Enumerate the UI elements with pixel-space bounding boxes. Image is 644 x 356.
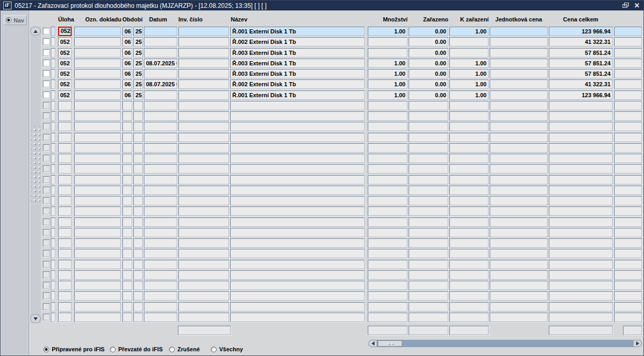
cell-kzarazeni[interactable] bbox=[449, 175, 489, 185]
cell-cena[interactable] bbox=[549, 249, 613, 258]
cell-jednotkova[interactable] bbox=[490, 133, 548, 142]
cell-ozn[interactable] bbox=[74, 302, 121, 312]
cell-ozn[interactable] bbox=[74, 143, 121, 153]
cell-datum[interactable] bbox=[144, 27, 177, 36]
cell-zarazeno[interactable] bbox=[409, 101, 448, 110]
cell-extra[interactable] bbox=[614, 302, 642, 312]
cell-obd2[interactable]: 25 bbox=[133, 79, 143, 89]
row-select-checkbox[interactable] bbox=[43, 239, 50, 246]
cell-datum[interactable] bbox=[144, 133, 177, 142]
cell-c0[interactable] bbox=[51, 228, 55, 237]
cell-jednotkova[interactable] bbox=[490, 48, 548, 58]
cell-jednotkova[interactable] bbox=[490, 291, 548, 301]
radio-button-icon[interactable] bbox=[110, 347, 116, 352]
cell-inv[interactable] bbox=[178, 101, 229, 110]
cell-cena[interactable] bbox=[549, 228, 613, 237]
row-select-checkbox[interactable] bbox=[43, 292, 50, 299]
cell-jednotkova[interactable] bbox=[490, 186, 548, 195]
row-select-checkbox[interactable] bbox=[43, 271, 50, 278]
cell-uloha[interactable] bbox=[58, 122, 72, 131]
cell-c0[interactable] bbox=[51, 79, 55, 89]
cell-kzarazeni[interactable] bbox=[449, 154, 489, 163]
radio-button-icon[interactable] bbox=[169, 347, 175, 352]
cell-nazev[interactable] bbox=[230, 111, 365, 121]
cell-obd1[interactable] bbox=[122, 154, 132, 163]
cell-extra[interactable] bbox=[614, 143, 642, 153]
filter-option-3[interactable]: Zrušené bbox=[169, 346, 200, 352]
cell-kzarazeni[interactable] bbox=[449, 281, 489, 290]
summary-field-zarazeno[interactable] bbox=[409, 326, 448, 335]
cell-zarazeno[interactable] bbox=[409, 164, 448, 174]
cell-kzarazeni[interactable]: 1.00 bbox=[449, 69, 489, 78]
cell-obd1[interactable] bbox=[122, 101, 132, 110]
cell-obd2[interactable] bbox=[133, 260, 143, 269]
cell-inv[interactable] bbox=[178, 48, 229, 58]
cell-extra[interactable] bbox=[614, 228, 642, 237]
cell-obd1[interactable] bbox=[122, 164, 132, 174]
cell-zarazeno[interactable]: 0.00 bbox=[409, 59, 448, 68]
cell-mnozstvi[interactable] bbox=[368, 238, 408, 248]
cell-extra[interactable] bbox=[614, 37, 642, 47]
cell-uloha[interactable]: 052 bbox=[58, 37, 72, 47]
cell-jednotkova[interactable] bbox=[490, 270, 548, 280]
cell-obd1[interactable] bbox=[122, 260, 132, 269]
cell-nazev[interactable]: Ř.001 Externí Disk 1 Tb bbox=[230, 90, 365, 100]
cell-zarazeno[interactable]: 0.00 bbox=[409, 79, 448, 89]
cell-inv[interactable] bbox=[178, 90, 229, 100]
cell-uloha[interactable]: 052 bbox=[58, 90, 72, 100]
row-select-checkbox[interactable] bbox=[43, 303, 50, 310]
cell-c0[interactable] bbox=[51, 59, 55, 68]
cell-inv[interactable] bbox=[178, 238, 229, 248]
cell-cena[interactable] bbox=[549, 313, 613, 322]
cell-nazev[interactable] bbox=[230, 313, 365, 322]
cell-extra[interactable] bbox=[614, 238, 642, 248]
cell-datum[interactable] bbox=[144, 164, 177, 174]
cell-datum[interactable] bbox=[144, 69, 177, 78]
cell-nazev[interactable] bbox=[230, 143, 365, 153]
cell-obd2[interactable] bbox=[133, 270, 143, 280]
cell-extra[interactable] bbox=[614, 111, 642, 121]
cell-zarazeno[interactable] bbox=[409, 206, 448, 216]
cell-zarazeno[interactable] bbox=[409, 143, 448, 153]
cell-mnozstvi[interactable] bbox=[368, 291, 408, 301]
cell-c0[interactable] bbox=[51, 238, 55, 248]
cell-obd1[interactable] bbox=[122, 122, 132, 131]
cell-extra[interactable] bbox=[614, 206, 642, 216]
cell-mnozstvi[interactable] bbox=[368, 143, 408, 153]
cell-nazev[interactable] bbox=[230, 164, 365, 174]
cell-uloha[interactable] bbox=[58, 238, 72, 248]
cell-cena[interactable]: 123 966.94 bbox=[549, 90, 613, 100]
cell-obd1[interactable] bbox=[122, 143, 132, 153]
cell-uloha[interactable] bbox=[58, 291, 72, 301]
cell-datum[interactable] bbox=[144, 291, 177, 301]
cell-c0[interactable] bbox=[51, 196, 55, 205]
cell-mnozstvi[interactable] bbox=[368, 228, 408, 237]
cell-nazev[interactable]: Ř.003 Externí Disk 1 Tb bbox=[230, 69, 365, 78]
cell-uloha[interactable] bbox=[58, 260, 72, 269]
cell-nazev[interactable] bbox=[230, 217, 365, 227]
cell-datum[interactable] bbox=[144, 111, 177, 121]
cell-uloha[interactable] bbox=[58, 249, 72, 258]
row-select-checkbox[interactable] bbox=[43, 102, 50, 109]
row-select-checkbox[interactable] bbox=[43, 155, 50, 162]
cell-ozn[interactable] bbox=[74, 133, 121, 142]
cell-mnozstvi[interactable]: 1.00 bbox=[368, 27, 408, 36]
cell-uloha[interactable] bbox=[58, 186, 72, 195]
cell-kzarazeni[interactable] bbox=[449, 48, 489, 58]
cell-obd2[interactable] bbox=[133, 291, 143, 301]
cell-datum[interactable] bbox=[144, 196, 177, 205]
cell-nazev[interactable] bbox=[230, 260, 365, 269]
cell-datum[interactable]: 08.07.2025 0 bbox=[144, 79, 177, 89]
cell-cena[interactable] bbox=[549, 281, 613, 290]
cell-extra[interactable] bbox=[614, 59, 642, 68]
cell-obd1[interactable]: 06 bbox=[122, 69, 132, 78]
cell-inv[interactable] bbox=[178, 313, 229, 322]
nav-toggle[interactable]: Nav bbox=[4, 15, 27, 25]
cell-jednotkova[interactable] bbox=[490, 260, 548, 269]
cell-extra[interactable] bbox=[614, 79, 642, 89]
cell-uloha[interactable] bbox=[58, 196, 72, 205]
cell-kzarazeni[interactable] bbox=[449, 186, 489, 195]
cell-cena[interactable]: 41 322.31 bbox=[549, 79, 613, 89]
filter-option-4[interactable]: Všechny bbox=[211, 346, 243, 352]
cell-c0[interactable] bbox=[51, 101, 55, 110]
